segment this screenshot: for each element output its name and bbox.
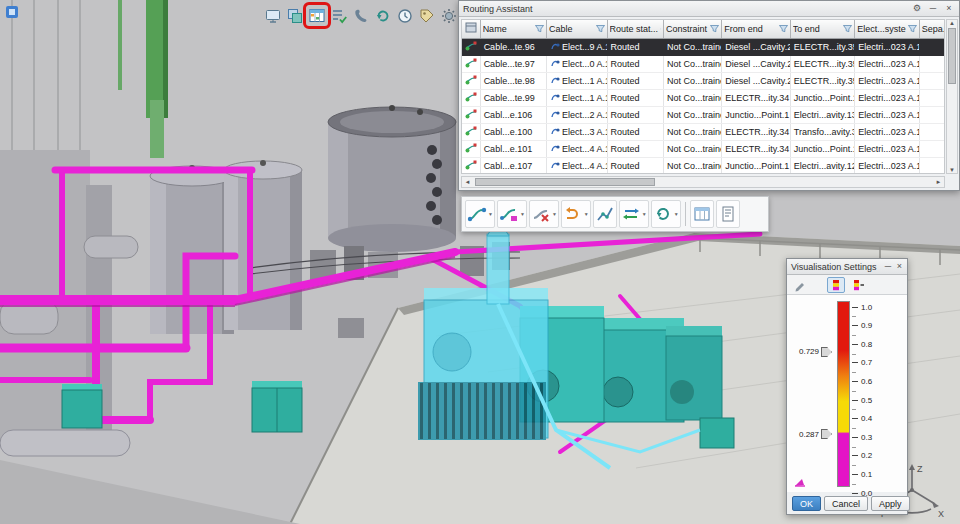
- table-cell: Diesel ...Cavity.2: [722, 72, 790, 89]
- out-of-range-color-icon[interactable]: [793, 476, 807, 490]
- gradient-editor: 1.00.90.80.70.60.50.40.30.20.10.0 0.729 …: [787, 295, 907, 492]
- table-cell: Diesel ...Cavity.2: [722, 38, 790, 55]
- table-row[interactable]: Cable...te.98Elect...1 A.1RoutedNot Co..…: [462, 72, 945, 89]
- app-icon[interactable]: [5, 5, 19, 23]
- table-cell: Electri...avity.12: [790, 157, 854, 174]
- column-header[interactable]: Route stat...: [607, 20, 663, 38]
- table-cell: Electri...023 A.1: [855, 55, 919, 72]
- visualisation-settings-titlebar[interactable]: Visualisation Settings ─ ×: [787, 259, 907, 275]
- column-header[interactable]: To end: [790, 20, 854, 38]
- table-cell: ELECTR...ity.34: [722, 140, 790, 157]
- dropdown-arrow-icon[interactable]: ▼: [520, 211, 525, 217]
- scroll-right-icon[interactable]: ►: [933, 179, 944, 185]
- scale-tick: 0.7: [852, 359, 872, 367]
- isolate-icon[interactable]: [286, 6, 304, 26]
- table-cell: Electri...023 A.1: [855, 157, 919, 174]
- scale-tick: 0.4: [852, 415, 872, 423]
- dropdown-arrow-icon[interactable]: ▼: [552, 211, 557, 217]
- table-row[interactable]: Cable...te.97Elect...0 A.1RoutedNot Co..…: [462, 55, 945, 72]
- table-cell: [919, 72, 945, 89]
- gradient-scale-icon[interactable]: [849, 277, 867, 293]
- table-row[interactable]: Cabl...e.106Elect...2 A.1RoutedNot Co...…: [462, 106, 945, 123]
- table-cell: Elect...1 A.1: [547, 72, 607, 89]
- column-header[interactable]: Name: [480, 20, 546, 38]
- scroll-down-icon[interactable]: ▼: [949, 167, 955, 173]
- settings-icon[interactable]: [440, 6, 458, 26]
- swap-ends-button[interactable]: ▼: [619, 200, 649, 228]
- column-header[interactable]: Elect...syste: [855, 20, 919, 38]
- dialog-buttons: OK Cancel Apply: [792, 496, 910, 511]
- dropdown-arrow-icon[interactable]: ▼: [674, 211, 679, 217]
- column-header[interactable]: Sepa...: [919, 20, 945, 38]
- unroute-button[interactable]: ▼: [529, 200, 559, 228]
- table-cell: Not Co...trained: [663, 157, 721, 174]
- scroll-thumb[interactable]: [475, 178, 655, 186]
- cable-row-icon: [462, 55, 480, 72]
- table-row[interactable]: Cable...te.99Elect...1 A.1RoutedNot Co..…: [462, 89, 945, 106]
- table-row[interactable]: Cable...te.96Elect...9 A.1RoutedNot Co..…: [462, 38, 945, 55]
- cable-row-icon: [462, 106, 480, 123]
- report-button[interactable]: [716, 200, 740, 228]
- cable-path-button[interactable]: [593, 200, 617, 228]
- tag-icon[interactable]: [418, 6, 436, 26]
- route-selected-button[interactable]: ▼: [497, 200, 527, 228]
- scroll-left-icon[interactable]: ◄: [462, 179, 473, 185]
- table-cell: [919, 38, 945, 55]
- table-row[interactable]: Cabl...e.101Elect...4 A.1RoutedNot Co...…: [462, 140, 945, 157]
- minimize-icon[interactable]: ─: [927, 3, 939, 15]
- column-header[interactable]: From end: [722, 20, 790, 38]
- table-cell: Routed: [607, 123, 663, 140]
- column-header[interactable]: Constraint: [663, 20, 721, 38]
- cancel-button[interactable]: Cancel: [824, 496, 868, 511]
- horizontal-scrollbar[interactable]: ◄ ►: [461, 176, 945, 188]
- cable-row-icon: [462, 72, 480, 89]
- history-icon[interactable]: [396, 6, 414, 26]
- cable-table-wrap: NameCableRoute stat...ConstraintFrom end…: [461, 19, 945, 174]
- minimize-icon[interactable]: ─: [884, 261, 891, 273]
- column-header[interactable]: Cable: [547, 20, 607, 38]
- color-gradient-bar[interactable]: [837, 301, 850, 487]
- lower-handle-grip[interactable]: [821, 429, 832, 439]
- reroute-button[interactable]: ▼: [561, 200, 591, 228]
- table-cell: ELECTR...ity.35: [790, 55, 854, 72]
- gradient-bands-icon[interactable]: [827, 277, 845, 293]
- routing-assistant-icon[interactable]: [308, 6, 326, 26]
- scroll-up-icon[interactable]: ▲: [949, 20, 955, 26]
- route-check-icon[interactable]: [330, 6, 348, 26]
- close-icon[interactable]: ×: [943, 3, 955, 15]
- cable-row-icon: [462, 89, 480, 106]
- table-cell: Elect...9 A.1: [547, 38, 607, 55]
- scale-tick: 0.1: [852, 470, 872, 478]
- upper-handle-grip[interactable]: [821, 347, 832, 357]
- highlighted-generator[interactable]: [418, 288, 548, 440]
- close-icon[interactable]: ×: [896, 261, 903, 273]
- dropdown-arrow-icon[interactable]: ▼: [584, 211, 589, 217]
- sync-icon[interactable]: [374, 6, 392, 26]
- refresh-routes-button[interactable]: ▼: [651, 200, 681, 228]
- routing-assistant-titlebar[interactable]: Routing Assistant ⚙ ─ ×: [459, 1, 959, 17]
- table-row[interactable]: Cabl...e.100Elect...3 A.1RoutedNot Co...…: [462, 123, 945, 140]
- gear-icon[interactable]: ⚙: [911, 3, 923, 15]
- lower-handle[interactable]: 0.287: [789, 429, 832, 440]
- lower-handle-value: 0.287: [789, 430, 819, 439]
- select-all-corner[interactable]: [462, 20, 480, 38]
- cable-schedule-button[interactable]: [690, 200, 714, 228]
- table-cell: Cabl...e.101: [480, 140, 546, 157]
- route-cables-button[interactable]: ▼: [465, 200, 495, 228]
- table-cell: Electri...023 A.1: [855, 72, 919, 89]
- capture-view-icon[interactable]: [264, 6, 282, 26]
- panel-title: Routing Assistant: [463, 4, 533, 14]
- apply-button[interactable]: Apply: [871, 496, 910, 511]
- contact-icon[interactable]: [352, 6, 370, 26]
- ok-button[interactable]: OK: [792, 496, 821, 511]
- upper-handle[interactable]: 0.729: [789, 346, 832, 357]
- table-row[interactable]: Cabl...e.107Elect...4 A.1RoutedNot Co...…: [462, 157, 945, 174]
- visualisation-tools: [787, 275, 907, 295]
- scroll-thumb[interactable]: [948, 28, 956, 84]
- vertical-scrollbar[interactable]: ▲ ▼: [946, 19, 958, 174]
- dropdown-arrow-icon[interactable]: ▼: [642, 211, 647, 217]
- probe-icon[interactable]: [791, 277, 809, 293]
- scale-tick: 0.3: [852, 433, 872, 441]
- table-cell: Elect...1 A.1: [547, 89, 607, 106]
- dropdown-arrow-icon[interactable]: ▼: [488, 211, 493, 217]
